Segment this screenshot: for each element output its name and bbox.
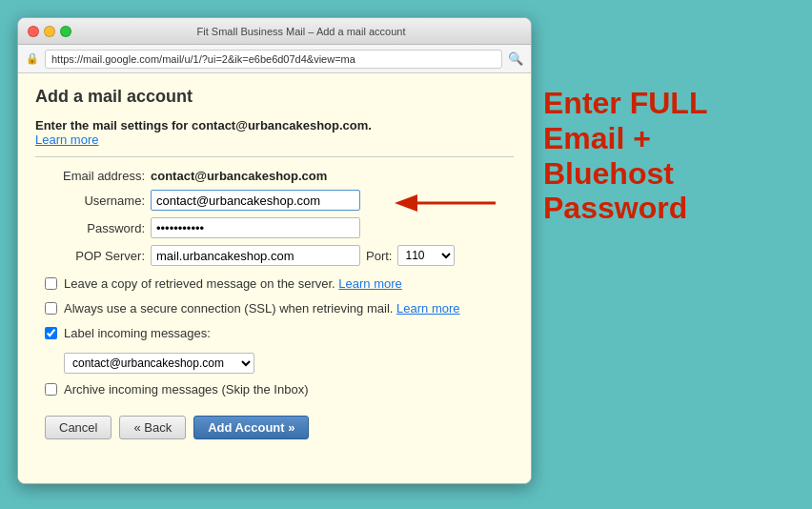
archive-row: Archive incoming messages (Skip the Inbo…	[45, 381, 514, 398]
window-buttons	[28, 26, 71, 37]
cancel-button[interactable]: Cancel	[45, 416, 112, 439]
maximize-button[interactable]	[60, 26, 71, 37]
annotation-text: Enter FULL Email + Bluehost Password	[543, 86, 782, 226]
lock-icon: 🔒	[26, 52, 39, 65]
page-content: Add a mail account Enter the mail settin…	[18, 73, 531, 483]
ssl-learn-link[interactable]: Learn more	[396, 301, 459, 316]
username-input[interactable]	[151, 190, 360, 211]
copy-learn-link[interactable]: Learn more	[338, 276, 401, 291]
copy-row: Leave a copy of retrieved message on the…	[45, 275, 514, 293]
pop-row: POP Server: Port: 110 995	[45, 245, 514, 266]
label-select[interactable]: contact@urbancakeshop.com	[64, 353, 254, 374]
ssl-label: Always use a secure connection (SSL) whe…	[64, 300, 460, 317]
add-account-button[interactable]: Add Account »	[193, 416, 309, 439]
address-bar: 🔒 🔍	[18, 45, 531, 73]
pop-label: POP Server:	[45, 249, 145, 263]
learn-more-link[interactable]: Learn more	[35, 132, 98, 147]
checkbox-section: Leave a copy of retrieved message on the…	[35, 275, 514, 398]
label-dropdown-row: contact@urbancakeshop.com	[45, 351, 514, 374]
label-checkbox[interactable]	[45, 327, 57, 339]
button-row: Cancel « Back Add Account »	[35, 416, 514, 439]
port-select[interactable]: 110 995	[397, 245, 455, 266]
browser-window: Fit Small Business Mail – Add a mail acc…	[17, 17, 532, 484]
intro-text: Enter the mail settings for contact@urba…	[35, 118, 514, 132]
email-label: Email address:	[45, 169, 145, 183]
ssl-checkbox[interactable]	[45, 302, 57, 315]
intro-section: Enter the mail settings for contact@urba…	[35, 118, 514, 157]
window-title: Fit Small Business Mail – Add a mail acc…	[81, 26, 521, 37]
label-row: Label incoming messages:	[45, 325, 514, 342]
pop-server-input[interactable]	[151, 245, 360, 266]
password-label: Password:	[45, 221, 145, 235]
page-title: Add a mail account	[35, 87, 514, 107]
copy-checkbox[interactable]	[45, 277, 57, 290]
archive-label: Archive incoming messages (Skip the Inbo…	[64, 381, 309, 398]
port-label: Port:	[366, 249, 392, 263]
title-bar: Fit Small Business Mail – Add a mail acc…	[18, 18, 531, 45]
username-label: Username:	[45, 193, 145, 208]
label-label: Label incoming messages:	[64, 325, 211, 342]
minimize-button[interactable]	[44, 26, 55, 37]
close-button[interactable]	[28, 26, 39, 37]
email-value: contact@urbancakeshop.com	[151, 169, 327, 183]
back-button[interactable]: « Back	[119, 416, 186, 439]
arrow-annotation	[391, 179, 505, 227]
ssl-row: Always use a secure connection (SSL) whe…	[45, 300, 514, 317]
url-input[interactable]	[45, 50, 502, 69]
archive-checkbox[interactable]	[45, 383, 57, 396]
password-input[interactable]	[151, 217, 360, 238]
copy-label: Leave a copy of retrieved message on the…	[64, 275, 402, 293]
pop-port-section: Port: 110 995	[151, 245, 455, 266]
search-icon: 🔍	[508, 51, 523, 66]
